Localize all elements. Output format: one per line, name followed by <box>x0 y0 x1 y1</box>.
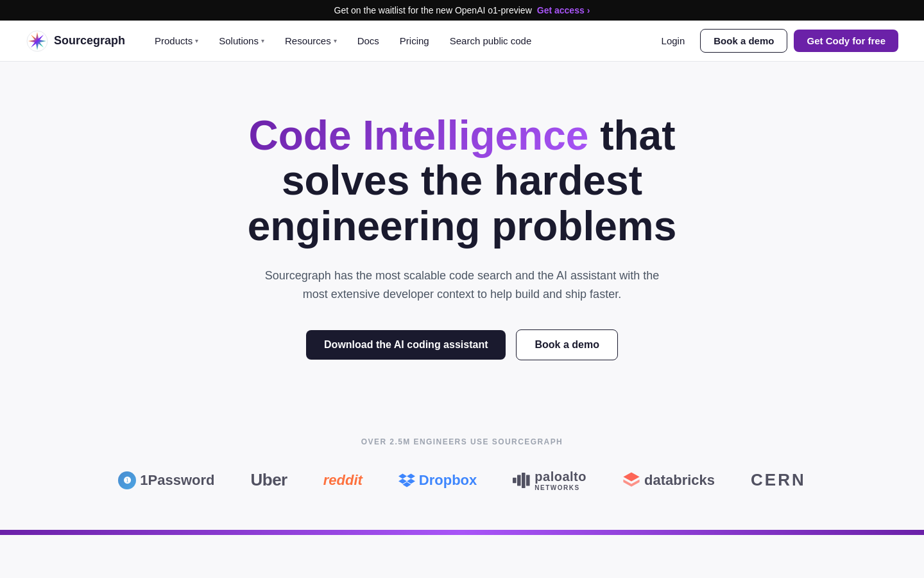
nav-links: Products ▾ Solutions ▾ Resources ▾ Docs … <box>146 30 653 51</box>
dropbox-text: Dropbox <box>419 472 477 489</box>
hero-headline: Code Intelligence that solves the hardes… <box>199 113 725 249</box>
main-nav: Sourcegraph Products ▾ Solutions ▾ Resou… <box>0 21 924 62</box>
logo-reddit: reddit <box>323 472 363 489</box>
products-chevron-icon: ▾ <box>195 37 198 44</box>
social-proof-label: OVER 2.5M ENGINEERS USE SOURCEGRAPH <box>26 437 898 446</box>
logo-1password: ❶ 1Password <box>118 471 214 489</box>
nav-products[interactable]: Products ▾ <box>146 30 207 51</box>
dropbox-icon <box>398 472 415 489</box>
announcement-cta[interactable]: Get access › <box>537 5 590 15</box>
databricks-icon <box>622 471 640 489</box>
announcement-arrow: › <box>587 5 590 15</box>
get-cody-button[interactable]: Get Cody for free <box>794 30 898 52</box>
logo-cern: CERN <box>751 470 806 490</box>
hero-section: Code Intelligence that solves the hardes… <box>173 62 751 399</box>
logo-uber: Uber <box>250 470 287 490</box>
logo-paloalto: paloalto NETWORKS <box>513 469 586 491</box>
logos-row: ❶ 1Password Uber reddit Dropbox <box>26 469 898 491</box>
paloalto-main-text: paloalto <box>535 469 586 484</box>
svg-rect-6 <box>513 478 517 483</box>
databricks-text: databricks <box>644 472 715 489</box>
reddit-text: reddit <box>323 472 363 489</box>
nav-search-public-code[interactable]: Search public code <box>441 30 541 51</box>
announcement-text: Get on the waitlist for the new OpenAI o… <box>334 5 532 15</box>
logo-dropbox: Dropbox <box>398 472 477 489</box>
onepassword-text: 1Password <box>140 472 214 489</box>
nav-pricing[interactable]: Pricing <box>391 30 438 51</box>
svg-rect-7 <box>517 475 521 486</box>
uber-text: Uber <box>250 470 287 490</box>
resources-chevron-icon: ▾ <box>334 37 337 44</box>
logo-text: Sourcegraph <box>54 34 125 48</box>
paloalto-sub-text: NETWORKS <box>535 484 579 491</box>
paloalto-text-wrap: paloalto NETWORKS <box>535 469 586 491</box>
paloalto-icon <box>513 471 531 489</box>
social-proof-section: OVER 2.5M ENGINEERS USE SOURCEGRAPH ❶ 1P… <box>0 399 924 517</box>
hero-cta-group: Download the AI coding assistant Book a … <box>199 329 725 360</box>
cern-text: CERN <box>751 470 806 490</box>
nav-actions: Login Book a demo Get Cody for free <box>653 29 898 53</box>
hero-description: Sourcegraph has the most scalable code s… <box>257 267 667 304</box>
svg-rect-8 <box>522 473 526 488</box>
svg-marker-2 <box>407 473 415 478</box>
bottom-decoration <box>0 530 924 535</box>
logo-link[interactable]: Sourcegraph <box>26 30 125 53</box>
download-cta-button[interactable]: Download the AI coding assistant <box>306 330 506 360</box>
book-demo-nav-button[interactable]: Book a demo <box>700 29 787 53</box>
book-demo-hero-button[interactable]: Book a demo <box>516 329 617 360</box>
logo-databricks: databricks <box>622 471 715 489</box>
svg-marker-1 <box>398 473 407 478</box>
nav-solutions[interactable]: Solutions ▾ <box>210 30 273 51</box>
svg-marker-10 <box>623 472 639 481</box>
onepassword-icon: ❶ <box>118 471 136 489</box>
announcement-bar: Get on the waitlist for the new OpenAI o… <box>0 0 924 21</box>
sourcegraph-logo-icon <box>26 30 49 53</box>
hero-headline-highlight: Code Intelligence <box>249 112 589 159</box>
login-button[interactable]: Login <box>653 30 694 51</box>
solutions-chevron-icon: ▾ <box>261 37 264 44</box>
nav-resources[interactable]: Resources ▾ <box>276 30 346 51</box>
nav-docs[interactable]: Docs <box>348 30 388 51</box>
svg-rect-9 <box>526 475 530 486</box>
